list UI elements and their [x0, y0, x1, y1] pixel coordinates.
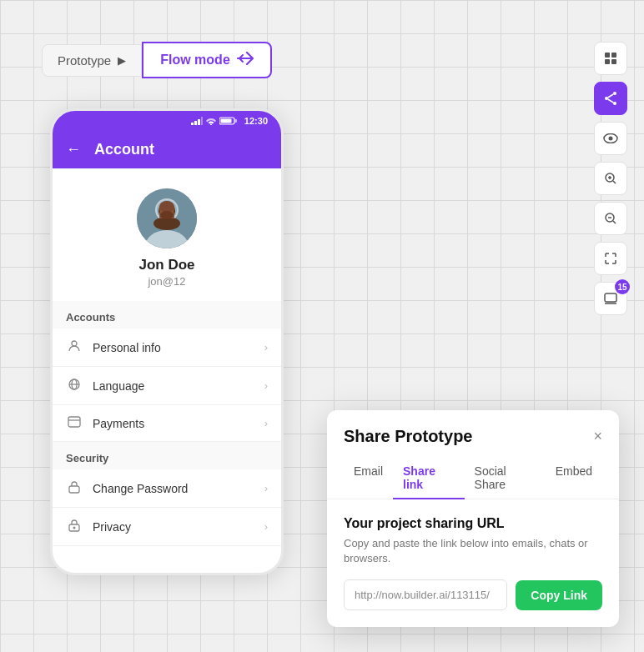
- expand-button[interactable]: [594, 242, 627, 275]
- status-icons: 12:30: [191, 116, 268, 126]
- flow-mode-icon: [237, 52, 254, 68]
- share-body: Your project sharing URL Copy and paste …: [327, 499, 619, 627]
- svg-rect-1: [611, 53, 616, 58]
- zoom-out-button[interactable]: [594, 202, 627, 235]
- language-label: Language: [93, 379, 254, 393]
- phone-time: 12:30: [244, 116, 268, 126]
- arrow-icon: ›: [264, 341, 268, 354]
- tab-share-link[interactable]: Share link: [393, 458, 465, 499]
- copy-link-button[interactable]: Copy Link: [516, 580, 602, 610]
- eye-icon-button[interactable]: [594, 122, 627, 155]
- user-name: Jon Doe: [138, 257, 194, 273]
- payments-item[interactable]: Payments ›: [53, 405, 281, 442]
- svg-rect-26: [605, 293, 616, 302]
- svg-marker-30: [198, 119, 200, 125]
- tab-social-share[interactable]: Social Share: [465, 458, 546, 499]
- payments-label: Payments: [93, 417, 254, 430]
- prototype-button[interactable]: Prototype ▶: [42, 44, 142, 77]
- flow-mode-label: Flow mode: [160, 53, 230, 68]
- language-item[interactable]: Language ›: [53, 367, 281, 405]
- privacy-label: Privacy: [93, 520, 254, 534]
- svg-rect-35: [234, 119, 237, 123]
- url-row: Copy Link: [344, 579, 602, 610]
- tab-embed[interactable]: Embed: [546, 458, 602, 499]
- share-popup-header: Share Prototype ×: [327, 410, 619, 446]
- personal-info-item[interactable]: Personal info ›: [53, 329, 281, 367]
- play-icon: ▶: [118, 54, 126, 67]
- prototype-label: Prototype: [58, 53, 111, 68]
- arrow-icon: ›: [264, 379, 268, 392]
- layers-button[interactable]: 15: [594, 282, 627, 315]
- arrow-icon: ›: [264, 417, 268, 429]
- svg-point-45: [160, 211, 174, 219]
- avatar: [137, 188, 197, 248]
- svg-rect-3: [611, 59, 616, 64]
- accounts-section-label: Accounts: [53, 301, 281, 329]
- person-icon: [66, 339, 83, 355]
- back-arrow-icon[interactable]: ←: [66, 141, 81, 158]
- phone-status-bar: 12:30: [53, 111, 281, 131]
- svg-point-43: [159, 201, 174, 213]
- tab-email[interactable]: Email: [344, 458, 393, 499]
- phone-header: ← Account: [53, 131, 281, 168]
- globe-icon: [66, 378, 83, 394]
- svg-rect-34: [220, 119, 231, 123]
- svg-line-7: [608, 94, 614, 98]
- svg-line-17: [613, 221, 616, 223]
- svg-point-10: [609, 137, 613, 141]
- svg-line-14: [613, 181, 616, 183]
- profile-section: Jon Doe jon@12: [53, 168, 281, 301]
- personal-info-label: Personal info: [93, 341, 254, 354]
- phone-mockup: 12:30 ← Account Jon Doe jon@12: [50, 108, 284, 575]
- shield-icon: [66, 519, 83, 534]
- share-tabs: Email Share link Social Share Embed: [327, 446, 619, 499]
- svg-point-5: [605, 97, 608, 100]
- right-sidebar: 15: [594, 42, 627, 315]
- url-section-title: Your project sharing URL: [344, 516, 602, 531]
- svg-point-6: [613, 102, 616, 105]
- change-password-item[interactable]: Change Password ›: [53, 469, 281, 508]
- share-popup-title: Share Prototype: [344, 427, 472, 446]
- svg-rect-0: [605, 53, 610, 58]
- grid-icon-button[interactable]: [594, 42, 627, 75]
- lock-icon: [66, 480, 83, 496]
- user-email: jon@12: [148, 275, 185, 288]
- toolbar: Prototype ▶ Flow mode: [42, 42, 272, 78]
- svg-rect-50: [68, 417, 80, 427]
- svg-line-8: [608, 99, 614, 103]
- layers-badge: 15: [615, 279, 630, 294]
- svg-point-32: [210, 124, 212, 126]
- share-popup: Share Prototype × Email Share link Socia…: [327, 410, 619, 627]
- svg-marker-29: [194, 121, 197, 125]
- arrow-icon: ›: [264, 520, 268, 533]
- svg-point-54: [73, 527, 76, 529]
- flow-mode-button[interactable]: Flow mode: [142, 42, 272, 78]
- url-input[interactable]: [344, 579, 507, 610]
- svg-marker-31: [201, 117, 203, 125]
- privacy-item[interactable]: Privacy ›: [53, 508, 281, 546]
- svg-marker-28: [191, 123, 194, 125]
- arrow-icon: ›: [264, 482, 268, 494]
- payment-icon: [66, 416, 83, 430]
- svg-rect-52: [69, 486, 79, 493]
- security-section-label: Security: [53, 442, 281, 469]
- phone-header-title: Account: [94, 141, 154, 158]
- change-password-label: Change Password: [93, 482, 254, 495]
- svg-rect-2: [605, 59, 610, 64]
- svg-point-4: [613, 92, 616, 95]
- share-icon-button[interactable]: [594, 82, 627, 115]
- zoom-in-button[interactable]: [594, 162, 627, 195]
- close-button[interactable]: ×: [593, 429, 602, 444]
- url-section-desc: Copy and paste the link below into email…: [344, 536, 602, 566]
- svg-point-46: [72, 341, 77, 346]
